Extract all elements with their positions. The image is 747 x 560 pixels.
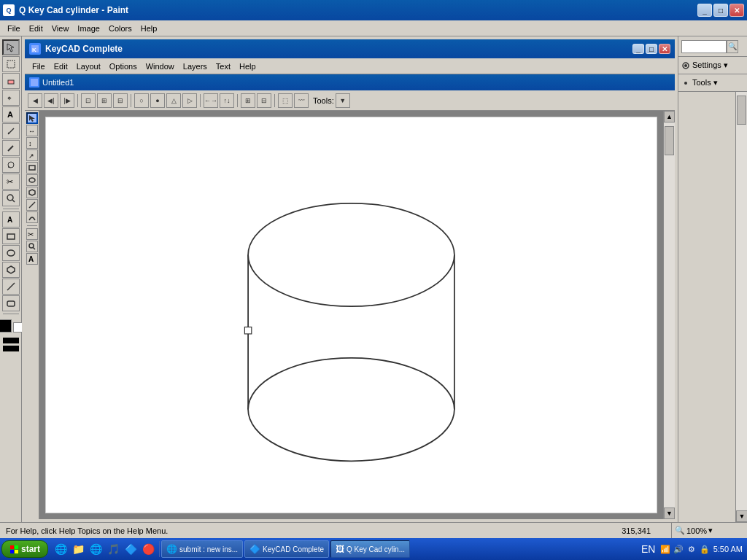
kc-tool-fill-circle[interactable]: ● (150, 93, 165, 108)
keycad-menu-text[interactable]: Text (212, 61, 235, 72)
zoom-value: 100% (686, 526, 707, 535)
paint-menubar: File Edit View Image Colors Help (0, 20, 747, 36)
maximize-button[interactable]: □ (713, 4, 728, 17)
zoom-control[interactable]: 🔍 100% ▾ (671, 522, 747, 538)
search-input[interactable] (681, 40, 727, 53)
kc-tool-fwd[interactable]: |▶ (60, 93, 74, 108)
tool-curve[interactable]: A (2, 211, 20, 228)
settings-item[interactable]: Settings ▾ (678, 57, 747, 74)
close-button[interactable]: ✕ (729, 4, 744, 17)
kc-tool-move[interactable]: ↔ (26, 125, 38, 136)
drawing-canvas-area[interactable] (39, 111, 663, 519)
kc-tool-pointer[interactable] (26, 112, 38, 124)
separator1 (77, 94, 78, 107)
ie2-icon[interactable]: 🌐 (88, 541, 104, 557)
keycad-close[interactable]: ✕ (659, 44, 670, 54)
paint-menu-colors[interactable]: Colors (104, 23, 136, 34)
tool-text[interactable]: A (2, 106, 20, 122)
kc-tool-arrow[interactable]: ▷ (182, 93, 197, 108)
app-icon[interactable]: 🔷 (123, 541, 139, 557)
tray-icon-2[interactable]: 🔊 (673, 541, 684, 557)
vertical-scrollbar[interactable]: ▲ ▼ (663, 111, 675, 519)
tool-rect-shape[interactable] (2, 228, 20, 244)
tool-zoom[interactable] (2, 190, 20, 206)
tray-icon-3[interactable]: ⚙ (686, 541, 697, 557)
taskbar-btn-submit[interactable]: 🌐 submit : new ins... (161, 540, 243, 558)
kc-tool-zoom2[interactable] (26, 241, 38, 252)
keycad-menu-edit[interactable]: Edit (50, 61, 72, 72)
paint-menu-help[interactable]: Help (136, 23, 162, 34)
tray-icon-1[interactable]: 📶 (659, 541, 671, 557)
kc-tool-lock[interactable]: ⊡ (81, 93, 96, 108)
scroll-thumb[interactable] (665, 126, 674, 155)
folder-icon[interactable]: 📁 (70, 541, 86, 557)
kc-tool-text-kc[interactable]: A (26, 253, 38, 265)
kc-tool-cut[interactable]: ✂ (26, 228, 38, 240)
scroll-down[interactable]: ▼ (664, 508, 675, 519)
kc-tool-line-kc[interactable] (26, 199, 38, 211)
kc-tool-valign[interactable]: ↑↓ (220, 93, 234, 108)
paint-menu-edit[interactable]: Edit (25, 23, 47, 34)
tool-airbrush[interactable] (2, 157, 20, 173)
keycad-menu-options[interactable]: Options (105, 61, 142, 72)
far-right-scrollthumb[interactable] (737, 96, 746, 125)
tool-rounded-rect[interactable] (2, 295, 20, 311)
tray-icon-4[interactable]: 🔒 (699, 541, 711, 557)
tool-polygon[interactable] (2, 262, 20, 278)
paint-menu-image[interactable]: Image (73, 23, 104, 34)
kc-tool-wave[interactable]: 〰 (294, 93, 309, 108)
kc-tool-tools-arrow[interactable]: ▼ (336, 93, 350, 108)
search-button[interactable]: 🔍 (727, 40, 738, 53)
tool-line[interactable] (2, 279, 20, 295)
kc-tool-unlock[interactable]: ⊞ (97, 93, 112, 108)
keycad-menu-help[interactable]: Help (235, 61, 260, 72)
app2-icon[interactable]: 🔴 (140, 541, 156, 557)
tool-fill[interactable]: ⌖ (2, 90, 20, 106)
tool-select[interactable] (2, 39, 20, 55)
kc-tool-rotate[interactable]: ↗ (26, 149, 38, 161)
tool-pencil[interactable] (2, 123, 20, 139)
taskbar-btn-paint-icon: 🖼 (336, 544, 344, 554)
kc-tool-image[interactable]: ⬚ (278, 93, 293, 108)
paint-menu-file[interactable]: File (3, 23, 25, 34)
keycad-maximize[interactable]: □ (646, 44, 657, 54)
far-right-scrolltrack[interactable]: ▼ (735, 92, 747, 522)
kc-tool-group[interactable]: ⊟ (113, 93, 128, 108)
media-icon[interactable]: 🎵 (105, 541, 121, 557)
tools-item[interactable]: Tools ▾ (678, 74, 747, 92)
start-button[interactable]: start (1, 540, 48, 558)
taskbar-btn-keycad[interactable]: 🔷 KeyCAD Complete (244, 540, 329, 558)
kc-tool-circle[interactable]: ○ (134, 93, 149, 108)
kc-tool-back[interactable]: ◀ (28, 93, 42, 108)
kc-tool-grid[interactable]: ⊞ (241, 93, 255, 108)
taskbar-lang[interactable]: EN (640, 541, 657, 557)
scroll-up[interactable]: ▲ (664, 111, 675, 122)
ie-icon[interactable]: 🌐 (53, 541, 69, 557)
keycad-menu-layout[interactable]: Layout (72, 61, 105, 72)
keycad-menu-window[interactable]: Window (142, 61, 179, 72)
kc-tool-rect-kc[interactable] (26, 162, 38, 174)
kc-tool-back2[interactable]: ◀| (44, 93, 58, 108)
kc-tool-halign[interactable]: ←→ (204, 93, 218, 108)
keycad-menu-file[interactable]: File (28, 61, 50, 72)
keycad-menu-layers[interactable]: Layers (179, 61, 212, 72)
tool-ellipse[interactable] (2, 245, 20, 261)
tool-select-rect[interactable] (2, 56, 20, 72)
kc-tool-hex[interactable] (26, 187, 38, 198)
color-foreground[interactable] (0, 319, 12, 332)
tool-eraser[interactable] (2, 73, 20, 89)
kc-tool-snap[interactable]: ⊟ (257, 93, 271, 108)
taskbar-btn-paint[interactable]: 🖼 Q Key Cad cylin... (330, 540, 410, 558)
kc-tool-ellipse-kc[interactable] (26, 174, 38, 186)
kc-tool-zoom-kc[interactable]: ↕ (26, 137, 38, 149)
keycad-minimize[interactable]: _ (632, 44, 644, 54)
tool-brush[interactable] (2, 140, 20, 156)
minimize-button[interactable]: _ (697, 4, 712, 17)
kc-tool-triangle[interactable]: △ (166, 93, 181, 108)
kc-tool-curve-kc[interactable] (26, 211, 38, 223)
tool-color-pick[interactable]: ✂ (2, 174, 20, 190)
windows-logo-icon (9, 545, 18, 553)
paint-menu-view[interactable]: View (47, 23, 74, 34)
zoom-dropdown-icon[interactable]: ▾ (708, 526, 713, 535)
far-scroll-down[interactable]: ▼ (736, 510, 747, 522)
